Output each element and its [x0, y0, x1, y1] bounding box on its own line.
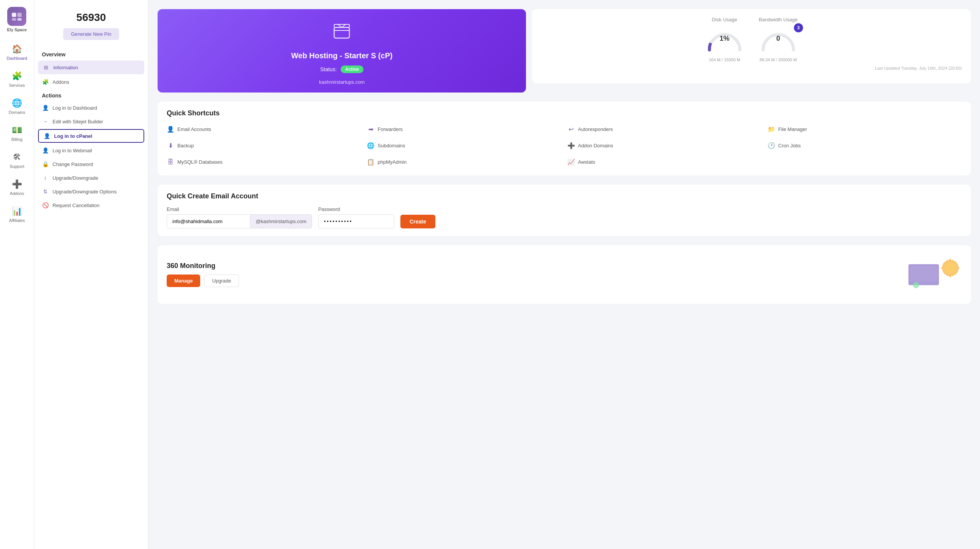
disk-usage-title: Disk Usage	[706, 17, 744, 22]
main-wrapper: 56930 Generate New Pin Overview ⊞ Inform…	[34, 0, 980, 549]
sidebar-item-services[interactable]: 🧩 Services	[2, 67, 32, 92]
password-label: Password	[318, 206, 394, 212]
sidebar-item-label: Support	[10, 164, 24, 169]
svg-rect-6	[334, 27, 349, 38]
shortcut-backup[interactable]: ⬇ Backup	[167, 140, 361, 152]
sidebar-item-billing[interactable]: 💵 Billing	[2, 121, 32, 146]
nav-item-label: Log in to cPanel	[54, 133, 92, 139]
service-area: Web Hosting - Starter S (cP) Status: Act…	[158, 9, 971, 93]
nav-item-label: Change Password	[53, 161, 93, 167]
disk-used: 164 M / 15000 M	[706, 57, 744, 62]
support-icon: 🛠	[13, 152, 21, 162]
services-icon: 🧩	[12, 71, 22, 81]
sidebar-item-addons[interactable]: ➕ Addons	[2, 175, 32, 200]
svg-rect-3	[18, 18, 22, 21]
svg-point-19	[913, 282, 919, 288]
subdomains-icon: 🌐	[367, 142, 374, 149]
email-accounts-icon: 👤	[167, 126, 174, 133]
affiliates-icon: 📊	[12, 206, 22, 216]
bandwidth-used: 88.34 M / 200000 M	[759, 57, 798, 62]
sidebar-item-support[interactable]: 🛠 Support	[2, 148, 32, 173]
nav-item-change-password[interactable]: 🔒 Change Password	[34, 157, 148, 171]
shortcut-autoresponders[interactable]: ↩ Autoresponders	[567, 123, 762, 135]
shortcut-label: phpMyAdmin	[378, 159, 406, 165]
upgrade-options-icon: ⇅	[42, 188, 49, 195]
nav-item-label: Log in to Webmail	[53, 148, 92, 153]
shortcut-addon-domains[interactable]: ➕ Addon Domains	[567, 140, 762, 152]
overview-title: Overview	[34, 48, 148, 60]
service-status: Status: Active	[167, 65, 517, 73]
awstats-icon: 📈	[567, 158, 575, 166]
bandwidth-value: 0	[776, 35, 780, 43]
upgrade-button[interactable]: Upgrade	[204, 274, 239, 287]
password-form-group: Password	[318, 206, 394, 228]
nav-item-addons[interactable]: 🧩 Addons	[34, 75, 148, 89]
email-label: Email	[167, 206, 312, 212]
password-input[interactable]	[318, 214, 394, 228]
nav-item-login-webmail[interactable]: 👤 Log in to Webmail	[34, 144, 148, 157]
shortcut-label: Email Accounts	[177, 126, 211, 132]
stats-row: Disk Usage 1% 164 M / 15000 M Bandwidt	[541, 17, 962, 62]
service-card: Web Hosting - Starter S (cP) Status: Act…	[158, 9, 526, 93]
shortcut-email-accounts[interactable]: 👤 Email Accounts	[167, 123, 361, 135]
nav-item-label: Edit with Sitejet Builder	[53, 119, 103, 124]
nav-item-login-dashboard[interactable]: 👤 Log in to Dashboard	[34, 101, 148, 115]
sidebar-item-affiliates[interactable]: 📊 Affiliates	[2, 202, 32, 227]
shortcut-label: MySQL® Databases	[177, 159, 223, 165]
sidebar-item-domains[interactable]: 🌐 Domains	[2, 94, 32, 119]
nav-item-upgrade-downgrade-options[interactable]: ⇅ Upgrade/Downgrade Options	[34, 185, 148, 198]
status-badge: Active	[341, 65, 363, 73]
nav-item-edit-sitejet[interactable]: → Edit with Sitejet Builder	[34, 115, 148, 128]
email-form: Email @kashmirstartups.com Password Crea…	[167, 206, 962, 228]
nav-item-label: Information	[53, 65, 78, 70]
shortcut-awstats[interactable]: 📈 Awstats	[567, 156, 762, 168]
sidebar: Ely Space 🏠 Dashboard 🧩 Services 🌐 Domai…	[0, 0, 34, 549]
forwarders-icon: ➡	[367, 126, 374, 133]
shortcut-file-manager[interactable]: 📁 File Manager	[768, 123, 962, 135]
shortcut-phpmyadmin[interactable]: 📋 phpMyAdmin	[367, 156, 561, 168]
shortcut-mysql[interactable]: 🗄 MySQL® Databases	[167, 156, 361, 168]
nav-item-information[interactable]: ⊞ Information	[38, 61, 144, 74]
backup-icon: ⬇	[167, 142, 174, 149]
bandwidth-title: Bandwidth Usage	[759, 17, 798, 22]
cancellation-icon: 🚫	[42, 202, 49, 208]
nav-item-label: Upgrade/Downgrade Options	[53, 189, 116, 195]
shortcut-subdomains[interactable]: 🌐 Subdomains	[367, 140, 561, 152]
shortcut-forwarders[interactable]: ➡ Forwarders	[367, 123, 561, 135]
svg-rect-1	[18, 13, 22, 17]
generate-pin-button[interactable]: Generate New Pin	[63, 28, 119, 40]
dashboard-icon: 🏠	[12, 44, 22, 54]
manage-button[interactable]: Manage	[167, 274, 200, 287]
upgrade-downgrade-icon: ↕	[42, 175, 49, 181]
shortcuts-title: Quick Shortcuts	[167, 109, 962, 117]
service-box-icon	[167, 21, 517, 48]
left-panel: 56930 Generate New Pin Overview ⊞ Inform…	[34, 0, 148, 549]
create-button[interactable]: Create	[400, 215, 435, 228]
nav-item-login-cpanel[interactable]: 👤 Log in to cPanel	[38, 129, 144, 143]
status-label: Status:	[320, 66, 337, 72]
shortcuts-grid: 👤 Email Accounts ➡ Forwarders ↩ Autoresp…	[167, 123, 962, 168]
stats-panel: Disk Usage 1% 164 M / 15000 M Bandwidt	[532, 9, 971, 83]
sidebar-item-label: Domains	[9, 110, 25, 115]
email-domain-suffix: @kashmirstartups.com	[250, 214, 312, 228]
sidebar-item-label: Addons	[10, 191, 24, 196]
nav-item-request-cancellation[interactable]: 🚫 Request Cancellation	[34, 198, 148, 212]
sidebar-logo: Ely Space	[4, 4, 30, 35]
sidebar-item-label: Billing	[11, 137, 22, 142]
shortcut-label: File Manager	[778, 126, 807, 132]
information-icon: ⊞	[43, 64, 49, 70]
sidebar-item-label: Services	[9, 83, 25, 88]
notification-badge: 3	[794, 23, 803, 32]
shortcut-label: Subdomains	[378, 143, 405, 148]
pin-number: 56930	[42, 11, 140, 24]
phpmyadmin-icon: 📋	[367, 158, 374, 166]
sidebar-item-dashboard[interactable]: 🏠 Dashboard	[2, 40, 32, 65]
nav-item-upgrade-downgrade[interactable]: ↕ Upgrade/Downgrade	[34, 171, 148, 185]
monitoring-illustration	[901, 253, 962, 296]
shortcut-cron-jobs[interactable]: 🕐 Cron Jobs	[768, 140, 962, 152]
logo-text: Ely Space	[7, 27, 27, 32]
monitoring-actions: Manage Upgrade	[167, 274, 239, 287]
monitoring-card: 360 Monitoring Manage Upgrade	[158, 245, 971, 304]
email-input[interactable]	[167, 214, 250, 228]
quick-create-title: Quick Create Email Account	[167, 192, 962, 200]
